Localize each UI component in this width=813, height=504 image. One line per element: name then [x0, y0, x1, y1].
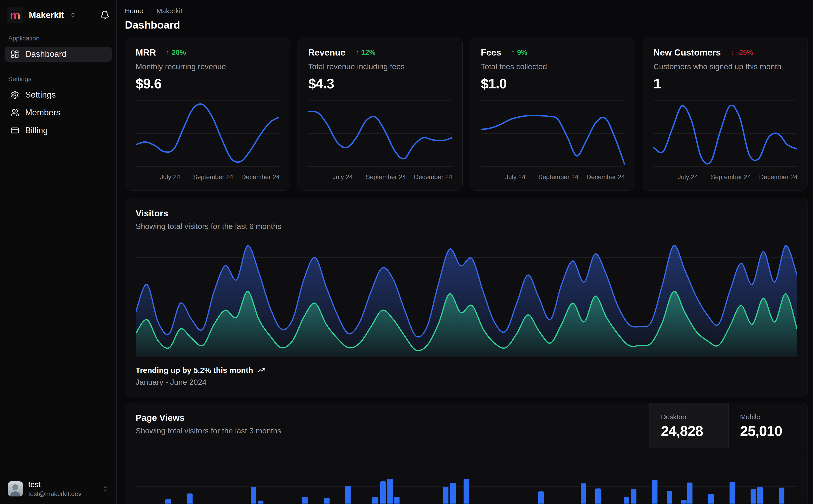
breadcrumb: Home Makerkit	[125, 7, 808, 15]
x-tick: December 24	[586, 173, 625, 181]
bar	[443, 487, 448, 504]
avatar	[8, 481, 23, 496]
mrr-sparkline-chart	[136, 97, 279, 170]
stat-description: Customers who signed up this month	[654, 62, 797, 71]
sparkline-x-axis: July 24 September 24 December 24	[481, 173, 625, 181]
bar	[450, 483, 456, 504]
sidebar-item-billing[interactable]: Billing	[5, 123, 112, 138]
stat-card-mrr: MRR ↑ 20% Monthly recurring revenue $9.6…	[125, 37, 290, 191]
bar	[757, 487, 763, 504]
toggle-desktop[interactable]: Desktop 24,828	[649, 403, 728, 448]
sidebar-item-label: Billing	[25, 126, 48, 135]
bar	[345, 486, 351, 504]
x-tick: September 24	[711, 173, 751, 181]
arrow-up-icon: ↑	[355, 48, 359, 57]
x-tick: December 24	[241, 173, 280, 181]
page-views-title: Page Views	[136, 413, 639, 423]
toggle-value: 25,010	[740, 424, 808, 438]
stat-value: $4.3	[308, 77, 452, 91]
bar	[394, 497, 400, 504]
bar	[624, 497, 629, 504]
logo-letter: m	[10, 9, 20, 21]
workspace-name: Makerkit	[29, 10, 64, 20]
bar	[667, 491, 672, 504]
stat-description: Total revenue including fees	[308, 62, 452, 71]
user-name: test	[28, 480, 81, 489]
nav-section-application: Application Dashboard	[5, 35, 112, 62]
bar	[387, 479, 393, 504]
stat-title: Fees	[481, 48, 501, 58]
trend-value: 12%	[361, 48, 376, 57]
dashboard-icon	[11, 50, 19, 58]
bar	[687, 483, 693, 504]
toggle-mobile[interactable]: Mobile 25,010	[728, 403, 808, 448]
stat-card-new-customers: New Customers ↓ -25% Customers who signe…	[643, 37, 808, 191]
bar	[302, 497, 308, 504]
bar	[779, 488, 784, 504]
revenue-sparkline-chart	[308, 97, 452, 170]
visitors-subtitle: Showing total visitors for the last 6 mo…	[136, 222, 797, 231]
bar	[258, 501, 264, 504]
sidebar-item-dashboard[interactable]: Dashboard	[5, 47, 112, 62]
x-tick: December 24	[414, 173, 452, 181]
x-tick: July 24	[333, 173, 353, 181]
breadcrumb-home[interactable]: Home	[125, 7, 143, 15]
x-tick: July 24	[160, 173, 180, 181]
x-tick: December 24	[759, 173, 797, 181]
bar	[631, 489, 637, 504]
stat-description: Total fees collected	[481, 62, 625, 71]
sparkline-x-axis: July 24 September 24 December 24	[136, 173, 279, 181]
x-tick: July 24	[678, 173, 698, 181]
gear-icon	[11, 90, 19, 99]
fees-sparkline-chart	[481, 97, 625, 170]
arrow-down-icon: ↓	[731, 48, 735, 57]
user-meta: test test@makerkit.dev	[28, 480, 81, 498]
bar	[187, 493, 192, 504]
stat-title: MRR	[136, 48, 156, 58]
sidebar-item-members[interactable]: Members	[5, 105, 112, 120]
visitors-period: January - June 2024	[136, 377, 797, 387]
user-email: test@makerkit.dev	[28, 490, 81, 498]
notifications-bell-icon[interactable]	[100, 10, 109, 20]
sidebar-item-label: Members	[25, 108, 60, 117]
toggle-label: Desktop	[661, 413, 728, 421]
bar	[708, 494, 714, 504]
x-tick: September 24	[193, 173, 233, 181]
customers-sparkline-chart	[654, 97, 797, 170]
page-views-panel: Page Views Showing total visitors for th…	[125, 403, 808, 504]
makerkit-logo[interactable]: m	[7, 7, 23, 23]
sidebar-item-settings[interactable]: Settings	[5, 87, 112, 102]
sidebar: m Makerkit Application Dashboard	[0, 0, 117, 504]
main-content: Home Makerkit Dashboard MRR ↑ 20% Monthl…	[117, 0, 813, 504]
user-menu[interactable]: test test@makerkit.dev	[0, 474, 116, 504]
chevron-right-icon	[147, 8, 153, 14]
bar	[165, 499, 171, 504]
sidebar-nav: Application Dashboard Settings Settings	[0, 26, 116, 141]
stat-value: $1.0	[481, 77, 625, 91]
bar	[652, 480, 658, 504]
stat-title: New Customers	[654, 48, 721, 58]
bar	[595, 488, 601, 504]
users-icon	[11, 108, 19, 117]
arrow-up-icon: ↑	[511, 48, 515, 57]
trend-badge: ↑ 20%	[166, 48, 186, 57]
workspace-switcher-icon[interactable]	[69, 12, 76, 19]
stat-card-fees: Fees ↑ 9% Total fees collected $1.0 July…	[470, 37, 635, 191]
user-menu-chevrons-icon	[102, 486, 109, 492]
stat-description: Monthly recurring revenue	[136, 62, 279, 71]
x-tick: September 24	[366, 173, 406, 181]
trend-badge: ↑ 12%	[355, 48, 376, 57]
sidebar-header: m Makerkit	[0, 0, 116, 26]
app-screen: m Makerkit Application Dashboard	[0, 0, 813, 504]
stat-cards-row: MRR ↑ 20% Monthly recurring revenue $9.6…	[125, 37, 808, 191]
bar	[730, 482, 735, 504]
nav-section-settings: Settings Settings Members	[5, 75, 112, 138]
trend-badge: ↓ -25%	[731, 48, 753, 57]
bar	[751, 489, 756, 504]
stat-card-revenue: Revenue ↑ 12% Total revenue including fe…	[298, 37, 463, 191]
bar	[464, 479, 469, 504]
x-tick: July 24	[505, 173, 525, 181]
sparkline-x-axis: July 24 September 24 December 24	[654, 173, 797, 181]
trend-value: -25%	[737, 48, 753, 57]
x-tick: September 24	[538, 173, 578, 181]
